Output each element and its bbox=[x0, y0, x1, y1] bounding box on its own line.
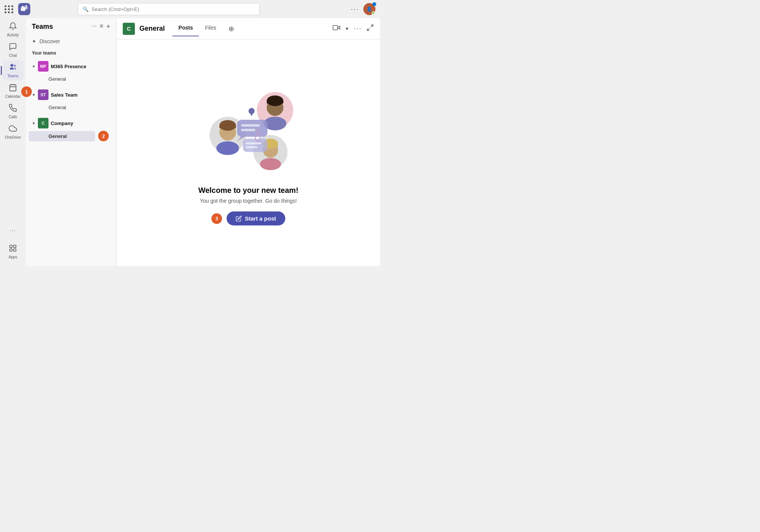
avatar-status bbox=[372, 11, 375, 15]
channel-sales-general[interactable]: General bbox=[29, 102, 113, 113]
sidebar-item-calendar[interactable]: Calendar bbox=[2, 81, 23, 101]
discover-item[interactable]: ✦ Discover bbox=[26, 35, 116, 47]
start-post-button[interactable]: Start a post bbox=[227, 211, 285, 225]
channel-company-general[interactable]: General bbox=[29, 131, 95, 141]
sidebar-item-teams[interactable]: Teams bbox=[2, 61, 23, 80]
tab-files[interactable]: Files bbox=[199, 22, 222, 36]
topbar-right: ··· 👤 bbox=[351, 3, 375, 15]
main-content: C General Posts Files ⊕ ▼ ··· bbox=[117, 18, 380, 266]
svg-rect-31 bbox=[237, 120, 267, 137]
step-badge-2: 2 bbox=[98, 131, 109, 141]
welcome-title: Welcome to your new team! bbox=[198, 186, 298, 195]
teams-logo bbox=[18, 3, 30, 15]
team-company-badge: C bbox=[38, 118, 48, 128]
welcome-illustration bbox=[195, 80, 302, 178]
edit-icon bbox=[236, 216, 242, 222]
svg-rect-36 bbox=[246, 142, 261, 144]
sidebar-title: Teams bbox=[32, 23, 89, 31]
svg-marker-39 bbox=[249, 111, 254, 116]
onedrive-label: OneDrive bbox=[5, 135, 21, 139]
start-post-area: 3 Start a post bbox=[211, 211, 285, 225]
svg-rect-9 bbox=[14, 245, 16, 247]
avatar-container: 👤 bbox=[363, 3, 375, 15]
svg-rect-4 bbox=[10, 85, 16, 91]
team-chevron: ▼ bbox=[32, 64, 36, 69]
svg-point-17 bbox=[216, 141, 239, 155]
expand-icon[interactable] bbox=[366, 24, 374, 33]
apps-icon bbox=[9, 244, 17, 254]
sidebar-item-calls[interactable]: Calls bbox=[2, 102, 23, 121]
calls-label: Calls bbox=[9, 115, 17, 119]
channel-tabs: Posts Files ⊕ bbox=[172, 22, 240, 36]
tab-posts[interactable]: Posts bbox=[172, 22, 199, 36]
sidebar-filter-icon[interactable]: ≡ bbox=[100, 23, 103, 31]
channel-name: General bbox=[139, 25, 165, 33]
team-company-name: Company bbox=[51, 120, 73, 126]
team-m365: ▼ MP M365 Presence General bbox=[26, 57, 116, 86]
svg-point-27 bbox=[260, 158, 281, 170]
team-chevron: ▼ bbox=[32, 121, 36, 125]
search-icon: 🔍 bbox=[83, 6, 89, 12]
left-nav: Activity Chat Teams bbox=[0, 18, 26, 266]
sidebar: Teams ··· ≡ + ✦ Discover Your teams ▼ MP… bbox=[26, 18, 117, 266]
team-sales-header[interactable]: ▼ ST Sales Team bbox=[29, 87, 113, 102]
more-icon: ··· bbox=[9, 227, 16, 233]
svg-line-15 bbox=[367, 28, 370, 31]
onedrive-icon bbox=[9, 124, 17, 135]
chevron-down-icon[interactable]: ▼ bbox=[345, 26, 349, 31]
team-sales: ▼ ST Sales Team General bbox=[26, 86, 116, 114]
sidebar-header: Teams ··· ≡ + bbox=[26, 18, 116, 35]
calendar-label: Calendar bbox=[5, 94, 21, 99]
step-badge-1: 1 bbox=[21, 86, 32, 97]
activity-label: Activity bbox=[7, 33, 19, 37]
welcome-subtitle: You got the group together. Go do things… bbox=[198, 198, 298, 204]
svg-rect-25 bbox=[267, 101, 283, 104]
chat-label: Chat bbox=[9, 53, 17, 58]
search-bar[interactable]: 🔍 Search (Cmd+Opt+E) bbox=[78, 3, 260, 15]
svg-rect-34 bbox=[241, 129, 255, 131]
sidebar-item-more[interactable]: ··· bbox=[2, 225, 23, 236]
svg-rect-37 bbox=[246, 146, 257, 148]
tab-add[interactable]: ⊕ bbox=[222, 22, 240, 36]
team-sales-name: Sales Team bbox=[51, 92, 78, 98]
start-post-label: Start a post bbox=[245, 215, 276, 222]
sidebar-add-icon[interactable]: + bbox=[106, 23, 110, 31]
apps-label: Apps bbox=[9, 255, 17, 259]
svg-rect-8 bbox=[10, 245, 12, 247]
channel-header-right: ▼ ··· bbox=[333, 24, 374, 33]
step-badge-3: 3 bbox=[211, 213, 222, 224]
svg-rect-33 bbox=[241, 124, 260, 127]
discover-icon: ✦ bbox=[32, 38, 36, 44]
svg-marker-12 bbox=[338, 26, 340, 29]
discover-label: Discover bbox=[39, 38, 60, 44]
activity-icon bbox=[9, 22, 17, 32]
svg-point-3 bbox=[22, 6, 24, 8]
team-m365-header[interactable]: ▼ MP M365 Presence bbox=[29, 59, 113, 74]
svg-rect-10 bbox=[10, 249, 12, 251]
team-m365-name: M365 Presence bbox=[51, 64, 86, 69]
team-sales-badge: ST bbox=[38, 89, 48, 100]
online-dot bbox=[372, 2, 376, 6]
topbar: 🔍 Search (Cmd+Opt+E) ··· 👤 bbox=[0, 0, 380, 18]
calls-icon bbox=[9, 104, 17, 114]
sidebar-item-apps[interactable]: Apps bbox=[2, 242, 23, 261]
channel-m365-general[interactable]: General bbox=[29, 74, 113, 84]
header-more-icon[interactable]: ··· bbox=[354, 25, 362, 33]
team-company-header[interactable]: ▼ C Company bbox=[29, 116, 113, 131]
active-bar bbox=[1, 66, 2, 75]
team-m365-badge: MP bbox=[38, 61, 48, 72]
team-company: ▼ C Company General 2 bbox=[26, 114, 116, 143]
your-teams-label: Your teams bbox=[26, 47, 116, 57]
teams-label: Teams bbox=[7, 74, 18, 78]
sidebar-item-activity[interactable]: Activity bbox=[2, 20, 23, 39]
video-icon[interactable] bbox=[333, 24, 340, 33]
welcome-text: Welcome to your new team! You got the gr… bbox=[198, 186, 298, 204]
channel-header: C General Posts Files ⊕ ▼ ··· bbox=[117, 18, 380, 39]
app-grid-icon[interactable] bbox=[5, 5, 14, 13]
topbar-more-icon[interactable]: ··· bbox=[351, 5, 359, 13]
sidebar-item-chat[interactable]: Chat bbox=[2, 40, 23, 60]
sidebar-item-onedrive[interactable]: OneDrive bbox=[2, 122, 23, 142]
channel-body: Welcome to your new team! You got the gr… bbox=[117, 39, 380, 266]
sidebar-more-icon[interactable]: ··· bbox=[92, 23, 97, 31]
channel-icon: C bbox=[123, 23, 135, 35]
